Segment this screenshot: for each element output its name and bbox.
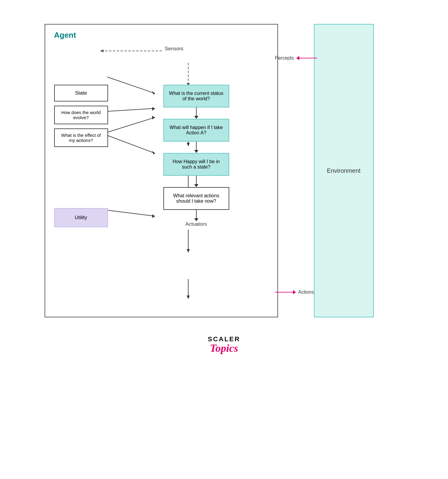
- svg-marker-17: [187, 249, 190, 253]
- percepts-arrow-head: [296, 56, 299, 60]
- scaler-bottom-text: Topics: [210, 342, 238, 354]
- actions-arrow-head: [293, 290, 296, 294]
- environment-label: Environment: [327, 167, 360, 174]
- actions-arrow-area: Actions: [275, 289, 323, 295]
- flow-box-how-happy: How Happy will I be in such a state?: [163, 153, 229, 176]
- percepts-label: Percepts: [275, 55, 294, 61]
- percepts-arrow-area: Percepts: [275, 55, 314, 61]
- agent-label: Agent: [54, 31, 268, 40]
- scaler-logo: SCALER Topics: [208, 335, 240, 354]
- flow-box-world-status: What is the current status of the world?: [163, 85, 229, 107]
- actions-label: Actions: [298, 289, 314, 295]
- arrow-flow-1-2: [194, 107, 198, 119]
- arrow-flow-3-4: [194, 176, 198, 187]
- flow-box-relevant-actions: What relevant actions should I take now?: [163, 187, 229, 210]
- agent-container: Agent: [45, 24, 278, 317]
- arrow-flow-2-3: [194, 142, 198, 153]
- flow-box-action-a: What will happen if I take Action A?: [163, 119, 229, 142]
- actuators-label: Actuators: [186, 221, 207, 227]
- actions-arrow-line: [275, 292, 293, 292]
- how-world-evolve-box: How does the world evolve?: [54, 106, 108, 124]
- utility-box: Utility: [54, 208, 108, 227]
- percepts-arrow-line: [299, 58, 317, 58]
- environment-container: Environment: [314, 24, 374, 317]
- state-box: State: [54, 85, 108, 101]
- svg-marker-19: [187, 295, 190, 299]
- arrow-flow-4-actuators: [194, 210, 198, 221]
- sensors-label: Sensors: [165, 46, 183, 52]
- effect-actions-box: What is the effect of my actions?: [54, 128, 108, 147]
